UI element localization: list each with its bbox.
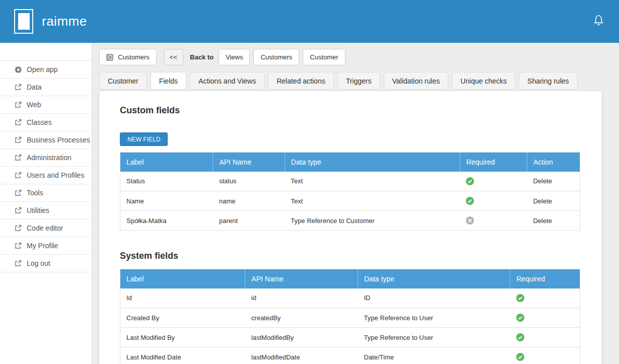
column-header-required: Required <box>460 153 527 172</box>
required-yes-icon <box>516 353 524 361</box>
cell-label: Created By <box>120 308 245 328</box>
sidebar-item-users-and-profiles[interactable]: Users and Profiles <box>0 167 92 184</box>
sidebar-menu: Open appDataWebClassesBusiness Processes… <box>0 61 92 272</box>
sidebar-item-code-editor[interactable]: Code editor <box>0 220 92 237</box>
sidebar-item-label: Tools <box>27 189 43 197</box>
external-link-icon <box>15 260 22 267</box>
gear-icon <box>15 66 22 74</box>
cell-required <box>510 328 580 347</box>
cell-action: Delete <box>527 191 580 211</box>
breadcrumb-button-customer[interactable]: Customer <box>303 49 345 65</box>
sidebar-item-business-processes[interactable]: Business Processes <box>0 131 92 149</box>
required-yes-icon <box>466 197 474 205</box>
breadcrumb-button-views[interactable]: Views <box>219 49 250 65</box>
sidebar-item-label: Web <box>27 101 41 109</box>
cell-action: Delete <box>527 211 580 231</box>
sidebar-item-label: Classes <box>27 118 52 126</box>
delete-link[interactable]: Delete <box>533 217 552 225</box>
required-yes-icon <box>466 177 474 185</box>
cell-required <box>460 211 527 231</box>
list-icon <box>106 54 113 61</box>
entity-customers-button[interactable]: Customers <box>99 49 157 65</box>
cell-label: Id <box>120 288 245 308</box>
brand-name: raimme <box>42 14 87 29</box>
tab-related-actions[interactable]: Related actions <box>268 72 334 90</box>
external-link-icon <box>15 242 22 250</box>
cell-api-name: createdBy <box>245 308 358 328</box>
app-logo-inner <box>18 13 30 30</box>
sidebar-item-log-out[interactable]: Log out <box>0 255 92 272</box>
collapse-button[interactable]: << <box>164 49 183 65</box>
column-header-data-type: Data type <box>285 153 460 172</box>
column-header-action: Action <box>527 153 580 172</box>
cell-data-type: Text <box>285 191 460 211</box>
tab-fields[interactable]: Fields <box>151 72 186 90</box>
cell-label: Name <box>120 191 213 211</box>
bell-icon[interactable] <box>593 15 604 28</box>
tab-sharing-rules[interactable]: Sharing rules <box>519 72 578 90</box>
table-row: StatusstatusTextDelete <box>120 172 580 191</box>
cell-data-type: ID <box>358 288 510 308</box>
required-no-icon <box>466 216 474 225</box>
sidebar-item-tools[interactable]: Tools <box>0 184 92 202</box>
required-yes-icon <box>516 294 524 302</box>
cell-api-name: lastModifiedBy <box>245 328 358 347</box>
main-content: Customers << Back to ViewsCustomersCusto… <box>92 43 619 364</box>
cell-data-type: Type Reference to Customer <box>285 211 460 231</box>
sidebar-item-open-app[interactable]: Open app <box>0 61 92 79</box>
delete-link[interactable]: Delete <box>533 177 552 185</box>
external-link-icon <box>15 207 22 214</box>
sidebar-item-data[interactable]: Data <box>0 79 92 96</box>
sidebar-item-label: Utilities <box>27 206 49 214</box>
back-to-label: Back to <box>190 53 214 61</box>
sidebar-item-label: Administration <box>27 154 72 162</box>
tab-unique-checks[interactable]: Unique checks <box>452 72 515 90</box>
external-link-icon <box>15 119 22 126</box>
table-row: Last Modified DatelastModifiedDateDate/T… <box>120 347 580 364</box>
custom-fields-title: Custom fields <box>120 105 580 116</box>
sidebar-item-administration[interactable]: Administration <box>0 149 92 167</box>
cell-data-type: Type Reference to User <box>358 328 510 347</box>
cell-api-name: parent <box>213 211 285 231</box>
sidebar-item-label: Code editor <box>27 224 63 232</box>
table-row: NamenameTextDelete <box>120 191 580 211</box>
sidebar-item-web[interactable]: Web <box>0 96 92 114</box>
system-fields-title: System fields <box>120 251 580 261</box>
top-header-bar: raimme <box>0 0 619 43</box>
table-row: IdidID <box>120 288 580 308</box>
sidebar-item-classes[interactable]: Classes <box>0 114 92 131</box>
external-link-icon <box>15 189 22 197</box>
cell-data-type: Text <box>285 172 460 191</box>
sidebar-item-label: Data <box>27 83 42 91</box>
table-header-row: LabelAPI NameData typeRequired <box>120 269 580 288</box>
new-field-button[interactable]: NEW FIELD <box>120 132 168 146</box>
app-logo-icon <box>14 9 33 34</box>
external-link-icon <box>15 225 22 232</box>
cell-label: Last Modified By <box>120 328 245 347</box>
entity-button-label: Customers <box>118 53 150 61</box>
delete-link[interactable]: Delete <box>533 197 552 205</box>
sidebar-item-my-profile[interactable]: My Profile <box>0 237 92 255</box>
table-row: Spółka-MatkaparentType Reference to Cust… <box>120 211 580 231</box>
tab-validation-rules[interactable]: Validation rules <box>384 72 449 90</box>
cell-label: Spółka-Matka <box>120 211 213 231</box>
external-link-icon <box>15 154 22 162</box>
sidebar-item-label: Open app <box>27 65 58 74</box>
tab-triggers[interactable]: Triggers <box>337 72 380 90</box>
cell-label: Last Modified Date <box>120 347 245 364</box>
external-link-icon <box>15 84 22 91</box>
column-header-data-type: Data type <box>358 269 510 288</box>
tab-actions-and-views[interactable]: Actions and Views <box>190 72 264 90</box>
table-row: Created BycreatedByType Reference to Use… <box>120 308 580 328</box>
column-header-label: Label <box>120 269 245 288</box>
tab-customer[interactable]: Customer <box>99 72 147 90</box>
column-header-api-name: API Name <box>245 269 358 288</box>
cell-data-type: Type Reference to User <box>358 308 510 328</box>
column-header-api-name: API Name <box>213 153 285 172</box>
breadcrumb-button-customers[interactable]: Customers <box>253 49 299 65</box>
column-header-required: Required <box>510 269 580 288</box>
external-link-icon <box>15 172 22 179</box>
sidebar: Open appDataWebClassesBusiness Processes… <box>0 43 92 364</box>
sidebar-item-utilities[interactable]: Utilities <box>0 202 92 220</box>
table-row: Last Modified BylastModifiedByType Refer… <box>120 328 580 347</box>
